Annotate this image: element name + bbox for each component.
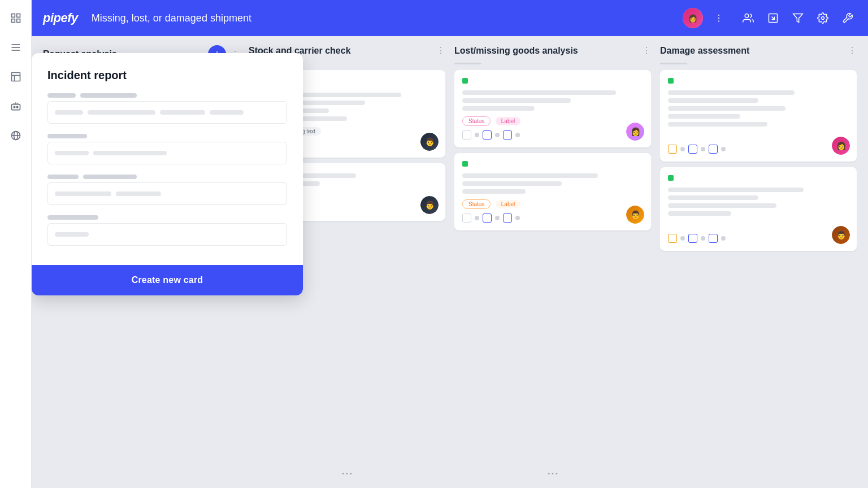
column-header-lost: Lost/missing goods analysis ⋮ xyxy=(454,45,651,58)
form-input-1[interactable] xyxy=(47,101,287,124)
card-avatar: 👨 xyxy=(420,196,439,214)
form-input-2[interactable] xyxy=(47,142,287,164)
form-input-3[interactable] xyxy=(47,182,287,205)
input-skeleton xyxy=(55,232,89,237)
card-line xyxy=(462,98,571,103)
cards-area-lost: Status Label 👩 xyxy=(454,70,651,465)
svg-point-22 xyxy=(822,17,824,20)
footer-icon-3[interactable] xyxy=(709,145,718,154)
column-lost-missing: Lost/missing goods analysis ⋮ Status Lab… xyxy=(454,45,651,479)
footer-icon-2[interactable] xyxy=(688,145,697,154)
svg-rect-1 xyxy=(16,14,20,18)
svg-point-18 xyxy=(718,20,719,21)
footer-dot-1 xyxy=(680,147,685,151)
card-line xyxy=(668,211,731,216)
footer-dot-2 xyxy=(701,236,705,241)
card-line xyxy=(462,173,598,178)
input-skeleton xyxy=(55,191,111,196)
column-underline-lost xyxy=(454,63,481,64)
column-header-damage: Damage assessment ⋮ xyxy=(660,45,857,58)
card-line xyxy=(668,195,758,200)
footer-dot-2 xyxy=(701,147,705,151)
input-placeholder-row xyxy=(55,151,167,155)
card-badges: Status Label xyxy=(462,115,643,126)
card-line xyxy=(668,188,804,192)
sidebar-icon-list[interactable] xyxy=(7,38,25,56)
status-badge: Status xyxy=(462,199,491,209)
header-right: 👩 xyxy=(683,8,857,28)
input-skeleton xyxy=(210,110,244,115)
sidebar-icon-bot[interactable] xyxy=(7,97,25,115)
column-menu-icon-damage[interactable]: ⋮ xyxy=(848,45,857,56)
footer-icon-3[interactable] xyxy=(503,213,512,223)
assignee-avatar: 👩 xyxy=(832,137,850,155)
form-field-1 xyxy=(47,93,287,124)
footer-dot-2 xyxy=(495,216,500,220)
load-more-lost: • • • xyxy=(454,468,651,479)
tag-badge: Label xyxy=(496,117,520,125)
footer-icon-3[interactable] xyxy=(503,130,512,140)
footer-dot-3 xyxy=(721,236,726,241)
priority-dot xyxy=(668,78,674,84)
svg-point-19 xyxy=(745,14,749,18)
label-skeleton xyxy=(83,175,137,179)
table-row: 👨 xyxy=(660,167,857,251)
input-skeleton xyxy=(93,151,167,155)
footer-icon-1[interactable] xyxy=(462,130,471,140)
logo: pipefy xyxy=(43,11,78,25)
header: pipefy Missing, lost, or damaged shipmen… xyxy=(32,0,868,36)
table-row: Status Label 👩 xyxy=(454,70,651,147)
assignee-avatar: 👨 xyxy=(832,226,850,244)
column-menu-icon-stock[interactable]: ⋮ xyxy=(436,45,445,56)
card-line xyxy=(668,106,785,111)
form-field-3 xyxy=(47,175,287,205)
card-line xyxy=(462,189,526,194)
footer-icon-3[interactable] xyxy=(709,234,718,243)
footer-icon-2[interactable] xyxy=(483,130,492,140)
form-input-4[interactable] xyxy=(47,223,287,246)
footer-dot-2 xyxy=(495,133,500,137)
sidebar-icon-grid[interactable] xyxy=(7,9,25,27)
footer-icon-1[interactable] xyxy=(462,213,471,223)
priority-dot xyxy=(462,78,468,84)
svg-rect-7 xyxy=(11,73,20,81)
footer-icon-2[interactable] xyxy=(483,213,492,223)
input-skeleton xyxy=(88,110,155,115)
svg-point-16 xyxy=(718,15,719,16)
create-new-card-button[interactable]: Create new card xyxy=(132,275,203,285)
column-menu-icon-lost[interactable]: ⋮ xyxy=(642,45,651,56)
footer-icon-2[interactable] xyxy=(688,234,697,243)
load-more-button-stock[interactable]: • • • xyxy=(335,468,359,479)
footer-dot-3 xyxy=(721,147,726,151)
assignee-avatar: 👨 xyxy=(420,133,439,151)
card-footer xyxy=(668,234,849,243)
svg-marker-21 xyxy=(793,14,803,23)
tag-badge: Label xyxy=(496,200,520,208)
more-vertical-icon[interactable] xyxy=(710,9,728,27)
wrench-icon[interactable] xyxy=(839,9,857,27)
filter-icon[interactable] xyxy=(789,9,807,27)
svg-rect-10 xyxy=(11,104,20,110)
svg-rect-0 xyxy=(11,14,15,18)
input-skeleton xyxy=(55,151,89,155)
card-badges: Status Label xyxy=(462,198,643,209)
footer-dot-3 xyxy=(515,216,520,220)
users-icon[interactable] xyxy=(739,9,757,27)
svg-rect-2 xyxy=(11,19,15,23)
settings-icon[interactable] xyxy=(814,9,832,27)
board-area: Request analysis + ⋮ xyxy=(32,36,868,488)
load-more-button-lost[interactable]: • • • xyxy=(541,468,565,479)
export-icon[interactable] xyxy=(764,9,782,27)
footer-icon-1[interactable] xyxy=(668,145,677,154)
svg-rect-3 xyxy=(16,19,20,23)
avatar[interactable]: 👩 xyxy=(683,8,703,28)
card-line xyxy=(668,203,776,208)
sidebar-icon-globe[interactable] xyxy=(7,127,25,145)
form-label-row-4 xyxy=(47,215,287,220)
footer-icon-1[interactable] xyxy=(668,234,677,243)
form-field-2 xyxy=(47,134,287,164)
footer-dot-3 xyxy=(515,133,520,137)
sidebar-icon-table[interactable] xyxy=(7,68,25,86)
card-footer xyxy=(462,130,643,140)
column-title-lost: Lost/missing goods analysis xyxy=(454,46,637,56)
